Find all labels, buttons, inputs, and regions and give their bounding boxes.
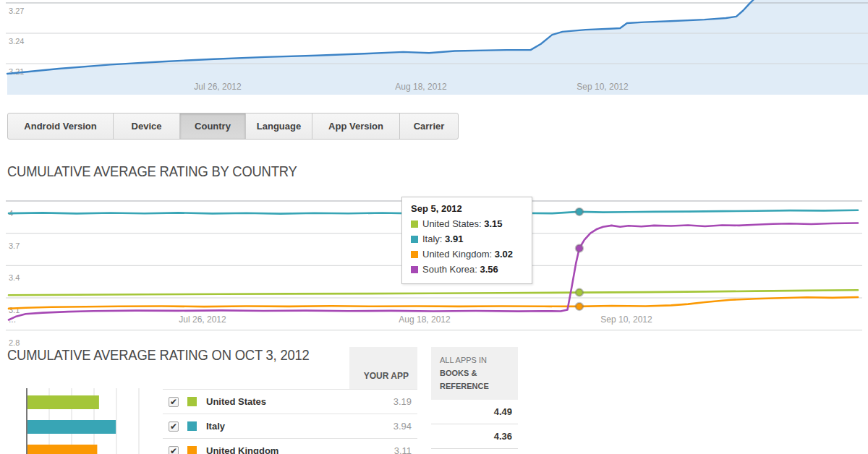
section-heading-by-country: CUMULATIVE AVERAGE RATING BY COUNTRY bbox=[7, 163, 297, 180]
svg-text:3.24: 3.24 bbox=[9, 37, 24, 46]
table-row-united-kingdom: ✔ United Kingdom 3.11 bbox=[163, 438, 417, 454]
svg-text:3.4: 3.4 bbox=[9, 273, 20, 282]
legend-color-united-kingdom bbox=[411, 251, 418, 258]
svg-text:Sep 10, 2012: Sep 10, 2012 bbox=[600, 314, 652, 325]
svg-text:Aug 18, 2012: Aug 18, 2012 bbox=[395, 82, 447, 92]
all-apps-column-header: ALL APPS IN BOOKS & REFERENCE bbox=[431, 347, 518, 400]
all-apps-column: ALL APPS IN BOOKS & REFERENCE 4.49 4.36 bbox=[431, 347, 518, 449]
svg-text:...: ... bbox=[9, 314, 16, 325]
tab-android-version[interactable]: Android Version bbox=[8, 113, 113, 139]
dimension-tabs: Android Version Device Country Language … bbox=[7, 113, 459, 140]
checkbox-united-states[interactable]: ✔ bbox=[169, 397, 179, 407]
all-apps-rating: 4.49 bbox=[431, 400, 518, 424]
tab-app-version[interactable]: App Version bbox=[312, 113, 399, 139]
table-row-italy: ✔ Italy 3.94 bbox=[163, 414, 417, 438]
all-apps-rating: 4.36 bbox=[431, 424, 518, 449]
tab-country[interactable]: Country bbox=[179, 113, 245, 139]
country-name: United States bbox=[206, 396, 393, 407]
checkbox-united-kingdom[interactable]: ✔ bbox=[169, 446, 179, 454]
svg-text:Jul 26, 2012: Jul 26, 2012 bbox=[194, 82, 242, 92]
your-app-rating: 3.19 bbox=[393, 396, 417, 407]
svg-text:Jul 26, 2012: Jul 26, 2012 bbox=[179, 314, 226, 325]
tooltip-row: Italy3.91 bbox=[411, 231, 523, 247]
legend-swatch-italy bbox=[187, 421, 197, 431]
svg-text:Aug 18, 2012: Aug 18, 2012 bbox=[399, 314, 451, 325]
your-app-rating: 3.11 bbox=[394, 445, 417, 454]
country-name: Italy bbox=[206, 421, 393, 432]
tab-device[interactable]: Device bbox=[113, 113, 179, 139]
svg-text:3.27: 3.27 bbox=[9, 7, 24, 15]
legend-color-italy bbox=[411, 236, 418, 243]
country-rating-table: ✔ United States 3.19 ✔ Italy 3.94 ✔ Unit… bbox=[163, 389, 417, 454]
your-app-rating: 3.94 bbox=[393, 421, 417, 432]
svg-text:Sep 10, 2012: Sep 10, 2012 bbox=[576, 82, 629, 92]
tab-carrier[interactable]: Carrier bbox=[399, 113, 458, 139]
country-name: United Kingdom bbox=[206, 445, 394, 454]
country-bar-chart bbox=[0, 387, 166, 454]
tooltip-row: United Kingdom3.02 bbox=[411, 247, 523, 262]
tooltip-row: South Korea3.56 bbox=[411, 262, 523, 277]
checkbox-italy[interactable]: ✔ bbox=[169, 421, 179, 432]
svg-text:3.7: 3.7 bbox=[9, 241, 20, 250]
legend-swatch-united-states bbox=[187, 397, 197, 406]
your-app-column-header: YOUR APP bbox=[349, 347, 417, 389]
overall-rating-chart[interactable]: 3.273.243.21Jul 26, 2012Aug 18, 2012Sep … bbox=[0, 0, 868, 95]
table-row-united-states: ✔ United States 3.19 bbox=[163, 389, 417, 414]
legend-color-united-states bbox=[411, 220, 418, 228]
tooltip-date: Sep 5, 2012 bbox=[411, 203, 523, 214]
legend-color-south-korea bbox=[411, 266, 418, 273]
section-heading-on-date: CUMULATIVE AVERAGE RATING ON OCT 3, 2012 bbox=[7, 347, 310, 364]
chart-tooltip: Sep 5, 2012 United States3.15 Italy3.91 … bbox=[401, 197, 532, 284]
legend-swatch-united-kingdom bbox=[187, 446, 197, 454]
svg-text:2.8: 2.8 bbox=[9, 338, 20, 347]
tab-language[interactable]: Language bbox=[245, 113, 312, 139]
tooltip-row: United States3.15 bbox=[411, 216, 523, 231]
svg-text:3.1: 3.1 bbox=[9, 306, 20, 314]
